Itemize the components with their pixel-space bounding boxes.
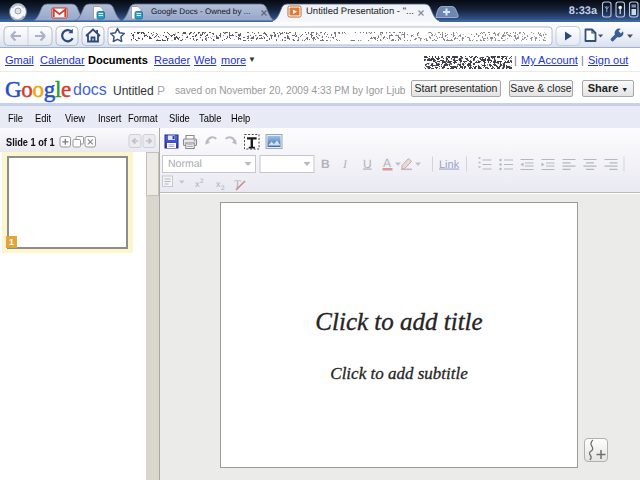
svg-text:Link: Link <box>439 159 460 171</box>
svg-text:2: 2 <box>200 178 204 185</box>
svg-text:A: A <box>383 156 391 170</box>
svg-text:U: U <box>363 157 372 171</box>
svg-text:Untitled Presentation - "...: Untitled Presentation - "... <box>306 6 414 17</box>
svg-text:2: 2 <box>221 185 225 192</box>
svg-text:B: B <box>321 157 330 171</box>
svg-text:I: I <box>342 157 348 171</box>
svg-text:Normal: Normal <box>168 158 202 170</box>
svg-text:8:33a: 8:33a <box>569 5 598 17</box>
svg-text:Google Docs - Owned by ...: Google Docs - Owned by ... <box>151 7 250 16</box>
